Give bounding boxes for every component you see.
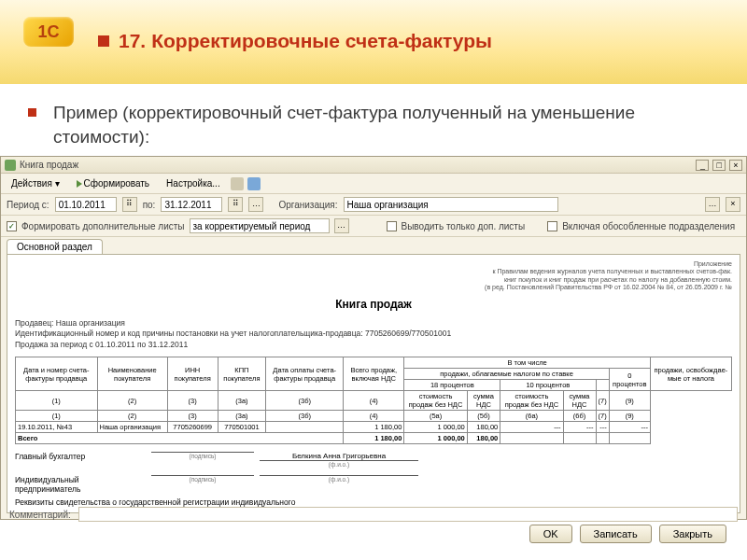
help-icon[interactable] [247, 177, 261, 190]
col-rate-group: продажи, облагаемые налогом по ставке [404, 369, 609, 380]
incl-branches-label: Включая обособленные подразделения [562, 221, 735, 231]
slide-title-bar: 17. Корректировочные счета-фактуры [98, 30, 492, 52]
col-total: Всего продаж, включая НДС [344, 357, 404, 391]
col-18pct: 18 процентов [404, 380, 500, 391]
col-buyer: Наименование покупателя [97, 357, 167, 391]
slide-title: Корректировочные счета-фактуры [151, 30, 492, 52]
slide-number: 17. [119, 30, 146, 52]
report-pane: Приложение к Правилам ведения журналов у… [7, 254, 740, 513]
col-10pct: 10 процентов [500, 380, 596, 391]
seller-info: Продавец: Наша организация Идентификацио… [15, 318, 732, 352]
actions-menu[interactable]: Действия ▾ [5, 176, 66, 190]
org-clear-button[interactable]: × [726, 197, 740, 212]
tab-strip: Основной раздел [1, 237, 746, 254]
period-to-picker[interactable]: ⠿ [228, 197, 243, 212]
incl-branches-checkbox[interactable] [547, 221, 557, 231]
window-titlebar[interactable]: Книга продаж _ □ × [1, 157, 746, 174]
col-kpp: КПП покупателя [218, 357, 266, 391]
period-to-input[interactable] [161, 197, 222, 212]
close-button[interactable]: × [729, 160, 742, 171]
col-group: В том числе [404, 357, 651, 369]
col-exempt: продажи, освобождае-мые от налога [650, 357, 731, 391]
window-title: Книга продаж [20, 160, 695, 170]
period-mode-select[interactable]: … [334, 218, 349, 233]
close-button[interactable]: Закрыть [659, 525, 726, 543]
bullet-icon [98, 35, 109, 47]
minimize-button[interactable]: _ [696, 160, 709, 171]
period-row: Период с: ⠿ по: ⠿ … Организация: … × [1, 194, 746, 216]
maximize-button[interactable]: □ [712, 160, 726, 171]
app-window: Книга продаж _ □ × Действия ▾ Сформирова… [0, 156, 747, 520]
period-mode-input[interactable] [190, 218, 330, 233]
slide-body: Пример (корректировочный счет-фактура по… [0, 84, 747, 158]
appendix-text: Приложение к Правилам ведения журналов у… [15, 260, 732, 292]
col-date: Дата и номер счета-фактуры продавца [16, 357, 98, 391]
settings-button[interactable]: Настройка... [160, 176, 227, 190]
form-add-sheets-label: Формировать дополнительные листы [21, 221, 185, 231]
toolbar: Действия ▾ Сформировать Настройка... [1, 174, 746, 194]
table-row[interactable]: 19.10.2011, №43 Наша организация 7705260… [16, 422, 732, 433]
org-select-button[interactable]: … [705, 197, 720, 212]
ok-button[interactable]: OK [529, 525, 572, 543]
options-row: Формировать дополнительные листы … Вывод… [1, 216, 746, 237]
dialog-buttons: OK Записать Закрыть [529, 525, 726, 543]
only-add-label: Выводить только доп. листы [402, 221, 526, 231]
report-title: Книга продаж [15, 298, 732, 311]
chief-accountant-row: Главный бухгалтер (подпись) Белкина Анна… [15, 452, 732, 468]
book-icon [5, 160, 16, 171]
only-add-checkbox[interactable] [387, 221, 397, 231]
toolbar-icon-1[interactable] [231, 177, 244, 190]
ip-row: Индивидуальный предприниматель (подпись)… [15, 475, 732, 494]
org-label: Организация: [278, 200, 337, 210]
table-total-row: Всего 1 180,00 1 000,00 180,00 [16, 433, 732, 444]
generate-button[interactable]: Сформировать [70, 176, 157, 190]
form-add-sheets-checkbox[interactable] [7, 221, 17, 231]
period-to-label: по: [143, 200, 156, 210]
col-inn: ИНН покупателя [167, 357, 218, 391]
col-paydate: Дата оплаты счета-фактуры продавца [266, 357, 344, 391]
bullet-icon [28, 108, 36, 117]
col-0pct: 0 процентов [609, 369, 650, 391]
comment-input[interactable] [78, 507, 738, 522]
example-text: Пример (корректировочный счет-фактура по… [53, 101, 719, 148]
period-from-input[interactable] [55, 197, 117, 212]
logo-1c: 1С [23, 17, 74, 47]
comment-label: Комментарий: [9, 510, 71, 520]
save-button[interactable]: Записать [580, 525, 652, 543]
sales-table: Дата и номер счета-фактуры продавца Наим… [15, 357, 732, 444]
org-input[interactable] [344, 197, 558, 212]
period-from-label: Период с: [7, 200, 49, 210]
comment-row: Комментарий: [0, 504, 747, 525]
tab-main[interactable]: Основной раздел [7, 239, 103, 254]
slide-header: 1С 17. Корректировочные счета-фактуры [0, 0, 747, 84]
period-range-button[interactable]: … [248, 197, 263, 212]
period-from-picker[interactable]: ⠿ [122, 197, 137, 212]
